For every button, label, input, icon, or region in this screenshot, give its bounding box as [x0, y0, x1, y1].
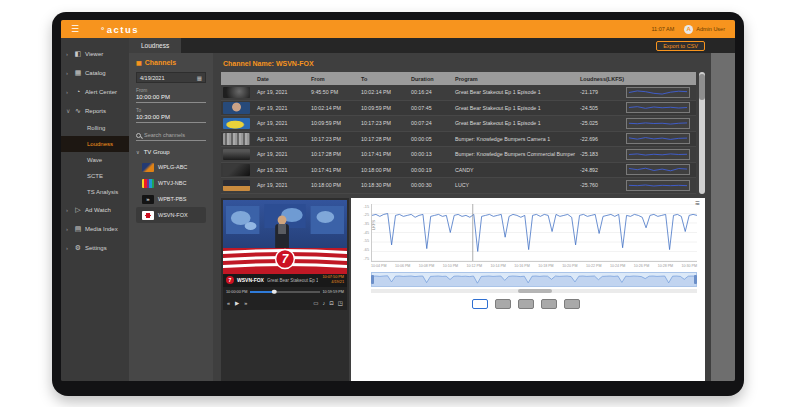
table-row[interactable]: Apr 19, 2021 10:02:14 PM 10:09:59 PM 00:…: [221, 101, 696, 117]
table-row[interactable]: Apr 19, 2021 10:09:59 PM 10:17:23 PM 00:…: [221, 116, 696, 132]
table-row[interactable]: Apr 19, 2021 10:17:23 PM 10:17:28 PM 00:…: [221, 132, 696, 148]
program-thumbnail: [223, 118, 250, 130]
sidebar-item[interactable]: Loudness: [61, 136, 129, 152]
topbar-time: 11:07 AM: [651, 26, 674, 32]
table-scrollbar[interactable]: [699, 72, 705, 194]
cell-from: 10:17:28 PM: [309, 151, 359, 157]
cell-loudness: -24.505: [578, 105, 624, 111]
sidebar-item[interactable]: Rolling: [61, 120, 129, 136]
seek-handle[interactable]: [272, 289, 277, 294]
table-row[interactable]: Apr 19, 2021 10:17:41 PM 10:18:00 PM 00:…: [221, 163, 696, 179]
cell-to: 10:02:14 PM: [359, 89, 409, 95]
channel-item[interactable]: WPBT-PBS: [136, 191, 206, 207]
to-value: 10:30:00 PM: [136, 113, 206, 123]
chevron-icon: ›: [66, 89, 71, 95]
player-channel: WSVN-FOX: [237, 277, 264, 283]
cell-to: 10:18:00 PM: [359, 167, 409, 173]
menu-icon[interactable]: ☰: [71, 24, 79, 34]
chart-navigator[interactable]: [371, 272, 697, 287]
snapshot-icon[interactable]: ⊡: [329, 300, 334, 306]
fullscreen-icon[interactable]: ◳: [338, 300, 343, 306]
from-time-field[interactable]: From 10:00:00 PM: [136, 88, 206, 103]
audio-icon[interactable]: ♪: [322, 300, 325, 306]
sidebar-icon: ▦: [74, 69, 82, 77]
content-gutter: [711, 53, 735, 381]
channel-search: [136, 132, 206, 141]
table-scrollbar-thumb[interactable]: [699, 74, 705, 100]
chevron-icon: ›: [66, 245, 71, 251]
column-header: Date: [255, 76, 309, 82]
sidebar-item[interactable]: SCTE: [61, 168, 129, 184]
sidebar-item[interactable]: Wave: [61, 152, 129, 168]
search-input[interactable]: [144, 132, 206, 138]
to-time-field[interactable]: To 10:30:00 PM: [136, 108, 206, 123]
table-row[interactable]: Apr 19, 2021 10:17:28 PM 10:17:41 PM 00:…: [221, 147, 696, 163]
video-frame[interactable]: 7: [223, 200, 347, 274]
table-row[interactable]: Apr 19, 2021 10:18:00 PM 10:18:30 PM 00:…: [221, 178, 696, 194]
sidebar-item[interactable]: ∨ ∿ Reports: [61, 101, 129, 120]
cell-duration: 00:00:13: [409, 151, 453, 157]
player-info-bar: 7 WSVN-FOX Great Bear Stakeout Ep 1 10:0…: [223, 274, 347, 287]
cell-loudness: -25.025: [578, 120, 624, 126]
channel-item[interactable]: WPLG-ABC: [136, 159, 206, 175]
player-current-time: 10:07:50 PM: [322, 275, 344, 279]
x-tick-label: 10:16 PM: [514, 264, 529, 268]
loudness-mode-button[interactable]: [564, 299, 580, 309]
chart-scrollbar-thumb[interactable]: [518, 289, 552, 293]
loudness-mode-button[interactable]: [495, 299, 511, 309]
seek-bar[interactable]: [250, 291, 321, 293]
chevron-icon: ›: [66, 51, 71, 57]
closed-captions-icon[interactable]: ▭: [313, 300, 318, 306]
y-tick-label: -55: [364, 240, 370, 244]
previous-button[interactable]: «: [227, 300, 230, 306]
column-header: To: [359, 76, 409, 82]
y-axis-ticks: -15-25-35-45-55-65-75: [357, 206, 369, 262]
navigator-handle-right[interactable]: [694, 275, 697, 284]
cell-program: Great Bear Stakeout Ep 1 Episode 1: [453, 105, 578, 111]
sidebar-label: Viewer: [85, 51, 103, 57]
tab-loudness[interactable]: Loudness: [129, 38, 181, 53]
sidebar-item[interactable]: › ▤ Media Index: [61, 219, 129, 238]
group-label: TV Group: [144, 149, 170, 155]
channel-logo: [142, 179, 154, 188]
sidebar-icon: ▷: [74, 206, 82, 214]
chart-plot-area[interactable]: [372, 204, 697, 261]
sidebar-item[interactable]: › ◔ Alert Center: [61, 82, 129, 101]
loudness-mode-button[interactable]: [472, 299, 488, 309]
channel-logo: [142, 211, 154, 220]
sidebar-label: TS Analysis: [87, 189, 118, 195]
navigator-plot: [372, 273, 696, 286]
loudness-chart-panel: ≡ LKFS -15-25-35-45-55-65-75 10:04 PM10:…: [351, 198, 705, 382]
chart-scrollbar[interactable]: [371, 289, 697, 293]
tv-group-toggle[interactable]: ∨ TV Group: [136, 149, 206, 155]
sidebar-item[interactable]: › ◧ Viewer: [61, 44, 129, 63]
player-controls: « ▶ » ▭ ♪ ⊡ ◳: [223, 297, 347, 310]
program-thumbnail: [223, 87, 250, 99]
sidebar-item[interactable]: › ▷ Ad Watch: [61, 200, 129, 219]
video-player: 7 7 WSVN-FOX Great Bear Stakeout Ep 1 10…: [221, 198, 349, 382]
play-button[interactable]: ▶: [235, 300, 239, 306]
user-avatar-icon: A: [684, 25, 693, 34]
loudness-mode-button[interactable]: [518, 299, 534, 309]
sidebar-label: Settings: [85, 245, 107, 251]
loudness-mode-button[interactable]: [541, 299, 557, 309]
sidebar-item[interactable]: TS Analysis: [61, 184, 129, 200]
cell-to: 10:18:30 PM: [359, 182, 409, 188]
channel-item[interactable]: WSVN-FOX: [136, 207, 206, 223]
date-picker[interactable]: 4/19/2021 ▦: [136, 72, 206, 83]
cell-program: Great Bear Stakeout Ep 1 Episode 1: [453, 120, 578, 126]
channel-item[interactable]: WTVJ-NBC: [136, 175, 206, 191]
y-tick-label: -35: [364, 223, 370, 227]
user-menu[interactable]: A Admin User: [684, 25, 725, 34]
export-csv-button[interactable]: Export to CSV: [656, 41, 705, 51]
calendar-icon: ▦: [197, 75, 202, 81]
sidebar-item[interactable]: › ▦ Catalog: [61, 63, 129, 82]
table-row[interactable]: Apr 19, 2021 9:45:50 PM 10:02:14 PM 00:1…: [221, 85, 696, 101]
y-tick-label: -75: [364, 258, 370, 262]
column-header: Loudness(LKFS): [578, 76, 696, 82]
next-button[interactable]: »: [244, 300, 247, 306]
navigator-handle-left[interactable]: [371, 275, 374, 284]
page-background: ☰ actus 11:07 AM A Admin User › ◧ Viewer…: [0, 0, 800, 407]
sidebar-item[interactable]: › ⚙ Settings: [61, 238, 129, 257]
brand-logo: actus: [101, 24, 139, 35]
